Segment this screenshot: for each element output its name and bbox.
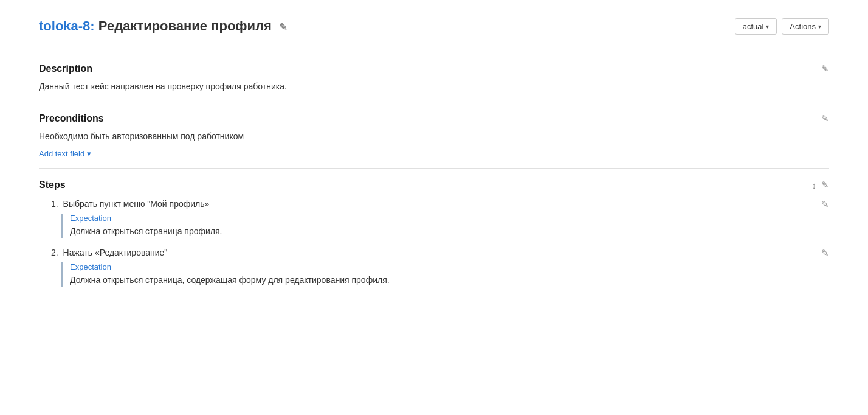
expectation-text-2: Должна открыться страница, содержащая фо… <box>70 274 814 287</box>
add-text-field-link[interactable]: Add text field ▾ <box>39 149 91 159</box>
description-section: Description ✎ Данный тест кейс направлен… <box>39 52 829 102</box>
issue-title: Редактирование профиля <box>98 18 272 33</box>
expectation-label-1: Expectation <box>70 214 814 223</box>
preconditions-edit-icon[interactable]: ✎ <box>821 113 829 124</box>
step-row-1: 1. Выбрать пункт меню "Мой профиль» Expe… <box>39 199 829 238</box>
issue-id: toloka-8: <box>39 18 95 33</box>
preconditions-title: Preconditions <box>39 113 104 124</box>
add-field-chevron-icon: ▾ <box>87 149 91 158</box>
page-header: toloka-8: Редактирование профиля ✎ actua… <box>39 18 829 35</box>
status-label: actual <box>743 22 764 31</box>
steps-header: Steps ↕ ✎ <box>39 180 829 190</box>
steps-section: Steps ↕ ✎ 1. Выбрать пункт меню "Мой про… <box>39 168 829 305</box>
title-edit-icon[interactable]: ✎ <box>279 21 287 33</box>
preconditions-section: Preconditions ✎ Необходимо быть авторизо… <box>39 102 829 168</box>
add-field-label: Add text field <box>39 149 84 158</box>
sort-icon[interactable]: ↕ <box>812 180 817 190</box>
steps-title: Steps <box>39 180 66 190</box>
step-row-2: 2. Нажать «Редактирование" Expectation Д… <box>39 248 829 287</box>
status-chevron-icon: ▾ <box>766 23 769 30</box>
description-text: Данный тест кейс направлен на проверку п… <box>39 80 829 93</box>
actions-chevron-icon: ▾ <box>818 23 821 30</box>
step-edit-icon-1[interactable]: ✎ <box>821 199 829 210</box>
step-content-1: 1. Выбрать пункт меню "Мой профиль» Expe… <box>39 199 814 238</box>
step-number-2: 2. <box>51 248 58 257</box>
step-item-1: 1. Выбрать пункт меню "Мой профиль» Expe… <box>39 199 829 238</box>
steps-icons: ↕ ✎ <box>812 180 830 190</box>
step-text-1: 1. Выбрать пункт меню "Мой профиль» <box>39 199 814 209</box>
step-text-2: 2. Нажать «Редактирование" <box>39 248 814 257</box>
step-number-1: 1. <box>51 199 58 209</box>
expectation-block-1: Expectation Должна открыться страница пр… <box>61 214 814 238</box>
expectation-label-2: Expectation <box>70 262 814 271</box>
steps-edit-icon[interactable]: ✎ <box>821 180 829 190</box>
preconditions-text: Необходимо быть авторизованным под работ… <box>39 130 829 143</box>
expectation-text-1: Должна открыться страница профиля. <box>70 225 814 238</box>
step-description-1: Выбрать пункт меню "Мой профиль» <box>63 199 210 209</box>
actions-dropdown[interactable]: Actions ▾ <box>782 18 829 35</box>
description-title: Description <box>39 63 92 74</box>
description-header: Description ✎ <box>39 63 829 74</box>
step-item-2: 2. Нажать «Редактирование" Expectation Д… <box>39 248 829 287</box>
expectation-block-2: Expectation Должна открыться страница, с… <box>61 262 814 287</box>
status-dropdown[interactable]: actual ▾ <box>735 18 777 35</box>
step-content-2: 2. Нажать «Редактирование" Expectation Д… <box>39 248 814 287</box>
header-actions: actual ▾ Actions ▾ <box>735 18 829 35</box>
description-edit-icon[interactable]: ✎ <box>821 63 829 74</box>
page-title: toloka-8: Редактирование профиля ✎ <box>39 18 287 34</box>
actions-label: Actions <box>790 22 816 31</box>
preconditions-header: Preconditions ✎ <box>39 113 829 124</box>
step-edit-icon-2[interactable]: ✎ <box>821 248 829 259</box>
step-description-2: Нажать «Редактирование" <box>63 248 168 257</box>
